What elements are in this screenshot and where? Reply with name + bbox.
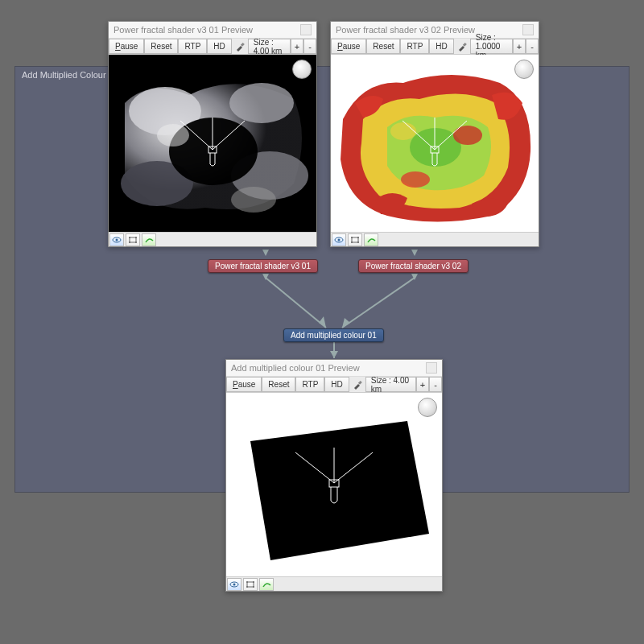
curve-icon[interactable] [259, 578, 274, 591]
svg-point-57 [246, 581, 248, 583]
size-plus-button[interactable]: + [291, 39, 303, 54]
close-icon[interactable] [522, 24, 534, 35]
svg-point-27 [135, 237, 137, 238]
svg-point-26 [129, 237, 130, 238]
svg-point-35 [401, 171, 430, 188]
preview-window-3: Add multiplied colour 01 Preview Pause R… [225, 359, 443, 592]
preview2-titlebar[interactable]: Power fractal shader v3 02 Preview [331, 22, 539, 39]
preview3-viewport[interactable] [226, 393, 442, 576]
close-icon[interactable] [300, 24, 312, 35]
reset-button[interactable]: Reset [262, 377, 295, 392]
preview3-titlebar[interactable]: Add multiplied colour 01 Preview [226, 360, 442, 377]
curve-icon[interactable] [142, 233, 156, 246]
svg-rect-25 [130, 237, 136, 242]
preview1-title: Power fractal shader v3 01 Preview [114, 25, 253, 35]
compass-icon[interactable] [292, 60, 312, 79]
svg-point-13 [229, 83, 294, 123]
svg-point-28 [129, 242, 130, 243]
compass-icon[interactable] [514, 60, 534, 79]
size-minus-button[interactable]: - [429, 377, 442, 392]
eye-icon[interactable] [332, 233, 346, 246]
preview-window-1: Power fractal shader v3 01 Preview PPaus… [108, 21, 317, 247]
node-power-fractal-2[interactable]: Power fractal shader v3 02 [358, 259, 469, 273]
size-plus-button[interactable]: + [416, 377, 429, 392]
hd-button[interactable]: HD [324, 377, 349, 392]
svg-point-34 [453, 126, 482, 145]
preview2-footer [331, 232, 539, 246]
reset-button[interactable]: Reset [144, 39, 178, 54]
background-panel-title: Add Multiplied Colour [15, 67, 113, 83]
close-icon[interactable] [426, 362, 437, 374]
svg-point-60 [253, 586, 254, 588]
size-plus-button[interactable]: + [513, 39, 526, 54]
preview-window-2: Power fractal shader v3 02 Preview Pause… [330, 21, 539, 247]
size-display[interactable]: Size : 4.00 km [365, 377, 416, 392]
compass-icon[interactable] [418, 398, 437, 417]
svg-rect-30 [463, 42, 467, 46]
preview1-titlebar[interactable]: Power fractal shader v3 01 Preview [109, 22, 316, 39]
svg-point-59 [246, 586, 248, 588]
bounds-icon[interactable] [243, 578, 258, 591]
pause-button[interactable]: Pause [226, 377, 262, 392]
svg-point-44 [357, 237, 359, 238]
svg-point-24 [116, 239, 118, 242]
svg-point-18 [231, 187, 276, 213]
svg-point-58 [253, 581, 254, 583]
brush-icon[interactable] [232, 39, 248, 54]
svg-point-55 [233, 584, 236, 586]
preview2-title: Power fractal shader v3 02 Preview [336, 25, 475, 35]
node-add-multiplied-colour[interactable]: Add multiplied colour 01 [283, 328, 384, 342]
brush-icon[interactable] [454, 39, 470, 54]
svg-point-17 [157, 124, 189, 147]
preview3-footer [226, 576, 442, 591]
rtp-button[interactable]: RTP [295, 377, 324, 392]
preview1-footer [109, 232, 316, 246]
svg-rect-47 [358, 380, 362, 384]
svg-point-41 [338, 239, 341, 242]
eye-icon[interactable] [227, 578, 242, 591]
reset-button[interactable]: Reset [366, 39, 400, 54]
size-minus-button[interactable]: - [526, 39, 539, 54]
size-display[interactable]: Size : 4.00 km [248, 39, 291, 54]
preview2-toolbar: Pause Reset RTP HD Size : 1.0000 km + - [331, 39, 539, 55]
svg-point-33 [390, 122, 416, 140]
preview1-toolbar: PPauseause Reset RTP HD Size : 4.00 km +… [109, 39, 316, 55]
pause-button[interactable]: PPauseause [109, 39, 144, 54]
svg-rect-10 [241, 42, 245, 46]
pause-button[interactable]: Pause [331, 39, 366, 54]
svg-point-29 [135, 242, 137, 243]
preview1-viewport[interactable] [109, 55, 316, 232]
svg-point-43 [351, 237, 353, 238]
size-display[interactable]: Size : 1.0000 km [470, 39, 513, 54]
node-power-fractal-1[interactable]: Power fractal shader v3 01 [208, 259, 318, 273]
svg-point-46 [357, 242, 359, 243]
svg-point-45 [351, 242, 353, 243]
size-minus-button[interactable]: - [303, 39, 316, 54]
svg-rect-42 [352, 237, 358, 242]
brush-icon[interactable] [349, 377, 365, 392]
rtp-button[interactable]: RTP [178, 39, 207, 54]
hd-button[interactable]: HD [429, 39, 453, 54]
hd-button[interactable]: HD [207, 39, 231, 54]
bounds-icon[interactable] [348, 233, 362, 246]
preview3-toolbar: Pause Reset RTP HD Size : 4.00 km + - [226, 377, 442, 393]
bounds-icon[interactable] [126, 233, 140, 246]
preview2-viewport[interactable] [331, 55, 539, 232]
preview3-title: Add multiplied colour 01 Preview [231, 363, 360, 373]
rtp-button[interactable]: RTP [400, 39, 429, 54]
eye-icon[interactable] [109, 233, 124, 246]
svg-rect-56 [247, 582, 254, 587]
curve-icon[interactable] [364, 233, 378, 246]
